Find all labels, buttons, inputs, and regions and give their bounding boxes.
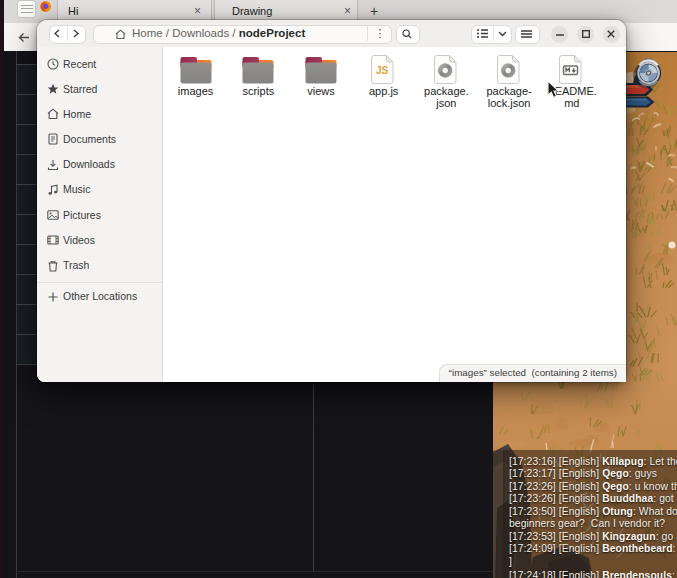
svg-text:JS: JS — [376, 65, 389, 76]
